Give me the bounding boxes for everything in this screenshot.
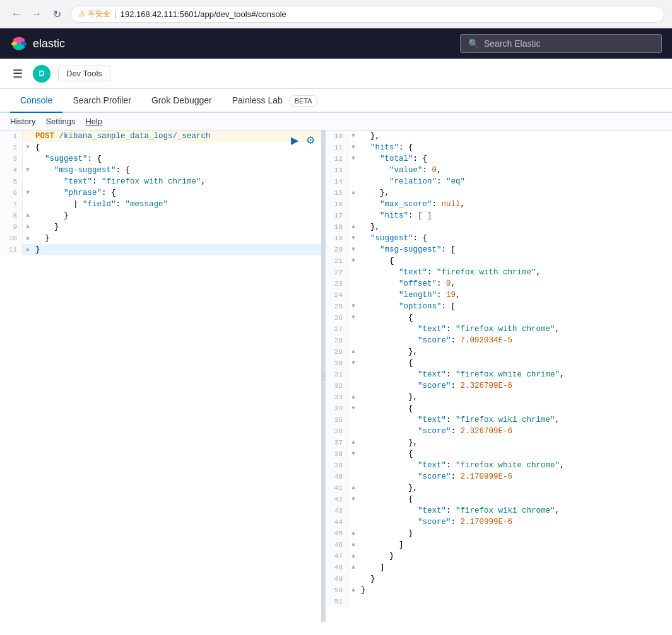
code-editor[interactable]: 1POST /kibana_sample_data_logs/_search2▼…: [0, 131, 321, 622]
beta-badge: BETA: [289, 95, 318, 107]
line-content: }: [33, 233, 321, 244]
tab-grok-debugger[interactable]: Grok Debugger: [141, 89, 222, 113]
fold-toggle[interactable]: ▼: [348, 358, 358, 369]
fold-toggle[interactable]: ▲: [348, 392, 358, 403]
fold-toggle[interactable]: ▲: [348, 585, 358, 596]
line-number: 14: [326, 176, 348, 187]
line-content: "relation": "eq": [358, 176, 672, 187]
fold-toggle[interactable]: ▲: [348, 551, 358, 562]
line-content: "phrase": {: [33, 187, 321, 199]
address-bar[interactable]: ⚠ 不安全 | 192.168.42.111:5601/app/dev_tool…: [71, 6, 664, 23]
fold-toggle: [348, 176, 358, 187]
output-line: 22 "text": "firefox with chrime",: [326, 267, 672, 278]
fold-toggle[interactable]: ▼: [23, 165, 33, 176]
fold-toggle: [23, 153, 33, 165]
line-number: 15: [326, 187, 348, 199]
fold-toggle[interactable]: ▼: [348, 403, 358, 414]
tab-nav: Console Search Profiler Grok Debugger Pa…: [0, 89, 672, 113]
fold-toggle[interactable]: ▼: [348, 448, 358, 460]
back-button[interactable]: ←: [8, 5, 25, 23]
fold-toggle: [348, 505, 358, 516]
line-number: 20: [326, 244, 348, 255]
tab-painless-lab[interactable]: Painless Lab BETA: [222, 89, 328, 113]
history-button[interactable]: History: [10, 117, 35, 126]
line-content: "score": 2.326709E-6: [358, 380, 672, 392]
fold-toggle[interactable]: ▲: [348, 539, 358, 551]
line-number: 30: [326, 358, 348, 369]
settings-button2[interactable]: ⚙: [305, 133, 316, 148]
user-avatar[interactable]: D: [33, 65, 50, 83]
search-placeholder-text: Search Elastic: [484, 38, 540, 49]
fold-toggle[interactable]: ▲: [348, 346, 358, 358]
tab-console[interactable]: Console: [10, 89, 62, 113]
line-number: 7: [0, 199, 23, 210]
line-number: 19: [326, 233, 348, 244]
help-button[interactable]: Help: [85, 117, 102, 126]
reload-button[interactable]: ↻: [48, 5, 66, 23]
line-number: 13: [326, 165, 348, 176]
settings-button[interactable]: Settings: [45, 117, 75, 126]
fold-toggle[interactable]: ▲: [348, 562, 358, 573]
run-button[interactable]: ▶: [290, 133, 300, 148]
line-content: "value": 0,: [358, 165, 672, 176]
fold-toggle[interactable]: ▼: [348, 255, 358, 267]
forward-button[interactable]: →: [28, 5, 45, 23]
fold-toggle[interactable]: ▼: [348, 312, 358, 323]
fold-toggle[interactable]: ▲: [348, 221, 358, 233]
line-number: 1: [0, 131, 23, 142]
line-content: "text": "firefox white chrome",: [358, 460, 672, 471]
fold-toggle[interactable]: ▲: [23, 221, 33, 233]
fold-toggle[interactable]: ▲: [23, 233, 33, 244]
output-panel[interactable]: 10▼ },11▼ "hits": {12▼ "total": {13 "val…: [326, 131, 672, 622]
fold-toggle[interactable]: ▼: [348, 233, 358, 244]
fold-toggle[interactable]: ▼: [348, 153, 358, 165]
fold-toggle[interactable]: ▲: [348, 528, 358, 539]
line-number: 9: [0, 221, 23, 233]
line-content: "score": 7.092034E-5: [358, 335, 672, 346]
line-content: },: [358, 131, 672, 142]
line-content: {: [358, 255, 672, 267]
fold-toggle[interactable]: ▼: [348, 494, 358, 505]
line-number: 10: [0, 233, 23, 244]
tab-search-profiler[interactable]: Search Profiler: [62, 89, 141, 113]
fold-toggle[interactable]: ▲: [348, 482, 358, 494]
dev-tools-badge[interactable]: Dev Tools: [58, 66, 110, 81]
fold-toggle: [348, 573, 358, 585]
output-line: 23 "offset": 0,: [326, 278, 672, 289]
fold-toggle[interactable]: ▼: [23, 142, 33, 153]
editor-line: 4▼ "msg-suggest": {: [0, 165, 321, 176]
line-content: "text": "firefox wiki chrome",: [358, 505, 672, 516]
fold-toggle[interactable]: ▼: [348, 131, 358, 142]
line-number: 2: [0, 142, 23, 153]
editor-line: 1POST /kibana_sample_data_logs/_search: [0, 131, 321, 142]
output-line: 37▲ },: [326, 437, 672, 448]
output-line: 48▲ ]: [326, 562, 672, 573]
output-line: 38▼ {: [326, 448, 672, 460]
line-content: {: [33, 142, 321, 153]
fold-toggle[interactable]: ▼: [23, 187, 33, 199]
output-line: 27 "text": "firefox with chrome",: [326, 323, 672, 335]
fold-toggle[interactable]: ▲: [348, 187, 358, 199]
fold-toggle[interactable]: ▲: [23, 210, 33, 221]
elastic-logo[interactable]: elastic: [10, 35, 65, 52]
line-number: 31: [326, 369, 348, 380]
header-search-bar[interactable]: 🔍 Search Elastic: [460, 34, 662, 53]
output-line: 12▼ "total": {: [326, 153, 672, 165]
fold-toggle: [348, 414, 358, 426]
line-number: 24: [326, 289, 348, 301]
line-number: 10: [326, 131, 348, 142]
line-content: },: [358, 221, 672, 233]
security-warning: ⚠ 不安全: [79, 9, 110, 20]
fold-toggle[interactable]: ▼: [348, 244, 358, 255]
line-number: 28: [326, 335, 348, 346]
fold-toggle[interactable]: ▲: [348, 437, 358, 448]
fold-toggle[interactable]: ▲: [23, 244, 33, 255]
main-content: ▶ ⚙ 1POST /kibana_sample_data_logs/_sear…: [0, 131, 672, 622]
line-number: 21: [326, 255, 348, 267]
fold-toggle[interactable]: ▼: [348, 301, 358, 312]
line-number: 12: [326, 153, 348, 165]
output-line: 18▲ },: [326, 221, 672, 233]
hamburger-button[interactable]: ☰: [10, 64, 25, 83]
fold-toggle[interactable]: ▼: [348, 142, 358, 153]
line-content: "text": "firefox with chrome",: [358, 323, 672, 335]
